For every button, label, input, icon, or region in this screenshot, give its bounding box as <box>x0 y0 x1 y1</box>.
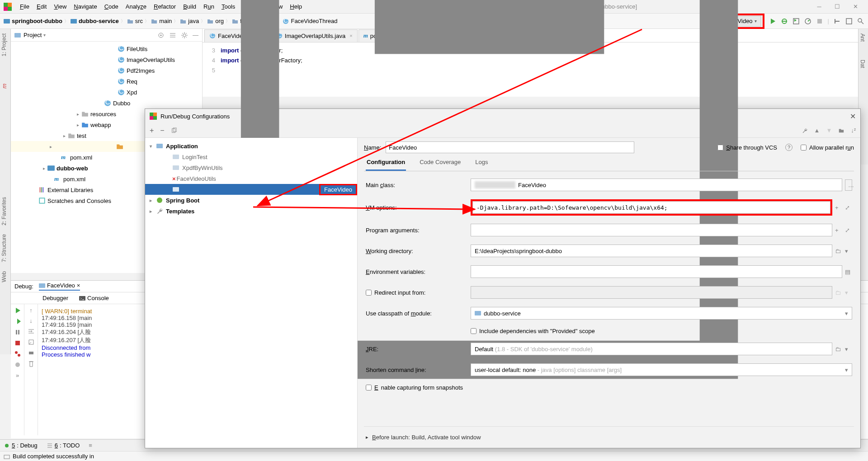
profile-icon[interactable] <box>804 18 811 25</box>
chevron-down-icon[interactable]: ▾ <box>845 248 852 254</box>
tree-item[interactable]: CXpd <box>11 87 202 98</box>
console-tab[interactable]: Console <box>79 295 109 301</box>
menu-refactor[interactable]: Refactor <box>150 3 179 10</box>
expand-icon[interactable]: ⤢ <box>845 227 852 234</box>
tab-web[interactable]: Web <box>0 267 8 287</box>
project-panel-title[interactable]: Project <box>24 32 42 38</box>
tab-database[interactable]: Dat <box>859 55 867 73</box>
copy-icon[interactable] <box>171 127 177 134</box>
tree-node-application[interactable]: ▾Application <box>145 141 357 151</box>
debugger-tab[interactable]: Debugger <box>42 295 68 301</box>
status-icon[interactable] <box>4 453 10 460</box>
tree-leaf-xpdf[interactable]: XpdfByWinUtils <box>145 162 357 173</box>
rerun-icon[interactable] <box>14 307 21 314</box>
tab-favorites[interactable]: 2: Favorites <box>0 193 8 230</box>
menu-analyze[interactable]: Analyze <box>122 3 150 10</box>
close-button[interactable]: ✕ <box>846 3 864 10</box>
remove-icon[interactable]: − <box>160 127 164 135</box>
stop-icon[interactable] <box>14 339 21 347</box>
redirect-input-checkbox[interactable]: Redirect input from: <box>366 289 465 296</box>
maximize-button[interactable]: ☐ <box>828 3 846 10</box>
tab-logs[interactable]: Logs <box>474 157 489 171</box>
mute-breakpoints-icon[interactable] <box>14 361 21 368</box>
tree-item[interactable]: CReq <box>11 76 202 87</box>
breadcrumb-item[interactable]: springboot-dubbo <box>4 18 62 24</box>
tab-code-coverage[interactable]: Code Coverage <box>419 157 462 171</box>
wrap-icon[interactable] <box>28 328 35 335</box>
tree-item[interactable]: CDubbo <box>11 98 202 108</box>
down-arrow-icon[interactable]: ▼ <box>826 127 832 134</box>
scroll-icon[interactable] <box>28 339 35 346</box>
tab-ant[interactable]: Ant <box>859 29 867 46</box>
up-arrow-icon[interactable]: ▲ <box>814 127 820 134</box>
program-args-input[interactable] <box>471 224 832 236</box>
collapse-icon[interactable] <box>169 32 176 39</box>
share-vcs-checkbox[interactable]: Share through VCS <box>717 144 777 151</box>
tree-leaf-facevideo[interactable]: FaceVideo <box>145 184 357 195</box>
sort-icon[interactable]: ↓² <box>851 127 856 134</box>
enable-capturing-checkbox[interactable]: Enable capturing form snapshots <box>366 384 852 391</box>
menu-edit[interactable]: Edit <box>33 3 50 10</box>
view-breakpoints-icon[interactable] <box>14 350 21 358</box>
help-icon[interactable]: ? <box>785 144 793 151</box>
folder-icon[interactable]: 🗀 <box>835 346 842 353</box>
wrench-icon[interactable] <box>802 127 808 134</box>
jre-select[interactable]: Default (1.8 - SDK of 'dubbo-service' mo… <box>471 343 832 355</box>
down-icon[interactable]: ↓ <box>29 317 33 324</box>
pause-icon[interactable] <box>14 329 21 336</box>
tree-leaf-logintest[interactable]: LoginTest <box>145 151 357 162</box>
folder-icon[interactable] <box>838 127 844 134</box>
print-icon[interactable] <box>28 349 35 357</box>
dialog-close-button[interactable]: ✕ <box>850 112 856 121</box>
search-everywhere-icon[interactable] <box>857 18 864 25</box>
before-launch-section[interactable]: ▸ Before launch: Build, Activate tool wi… <box>364 426 854 448</box>
main-class-field[interactable]: FaceVideo <box>471 179 842 191</box>
breadcrumb-item[interactable]: dubbo-service <box>71 18 119 24</box>
bottom-more-icon[interactable]: ≡ <box>89 442 92 449</box>
layout-icon[interactable] <box>845 18 853 25</box>
list-icon[interactable]: ▤ <box>845 268 852 275</box>
add-icon[interactable]: + <box>835 227 842 234</box>
tree-node-templates[interactable]: ▸Templates <box>145 206 357 216</box>
shorten-cmd-select[interactable]: user-local default: none - java [options… <box>471 363 852 376</box>
tab-maven[interactable]: m <box>0 79 9 93</box>
close-icon[interactable]: × <box>77 282 80 289</box>
resume-icon[interactable] <box>14 318 21 325</box>
menu-navigate[interactable]: Navigate <box>70 3 100 10</box>
menu-view[interactable]: View <box>50 3 70 10</box>
minimize-button[interactable]: ─ <box>810 3 828 10</box>
target-icon[interactable] <box>157 32 165 39</box>
debug-tool-tab[interactable]: 5: Debug <box>4 442 38 449</box>
vm-options-input[interactable]: -Djava.library.path=D:\Sofeware\opencv\b… <box>472 201 830 214</box>
tree-item[interactable]: CPdf2Imges <box>11 65 202 76</box>
name-input[interactable] <box>386 141 634 153</box>
config-tree[interactable]: ▾Application LoginTest XpdfByWinUtils ×F… <box>145 138 358 448</box>
breadcrumb-item[interactable]: src <box>127 18 143 24</box>
tab-configuration[interactable]: Configuration <box>366 157 406 171</box>
tree-node-springboot[interactable]: ▸Spring Boot <box>145 195 357 206</box>
up-icon[interactable]: ↑ <box>29 307 33 314</box>
working-dir-input[interactable] <box>471 245 832 257</box>
tab-project[interactable]: 1: Project <box>0 29 8 61</box>
browse-button[interactable]: … <box>845 179 852 191</box>
tree-leaf-facevideoutils[interactable]: ×FaceVideoUtils <box>145 173 357 184</box>
breadcrumb-item[interactable]: main <box>151 18 172 24</box>
tab-structure[interactable]: 7: Structure <box>0 230 8 267</box>
chevron-down-icon[interactable]: ▾ <box>845 346 852 353</box>
chevron-down-icon[interactable]: ▾ <box>43 33 46 38</box>
tree-item[interactable]: CFileUtils <box>11 43 202 54</box>
classpath-select[interactable]: dubbo-service▾ <box>471 307 852 320</box>
allow-parallel-checkbox[interactable]: Allow parallel run <box>801 144 854 151</box>
add-icon[interactable]: + <box>150 127 154 135</box>
menu-code[interactable]: Code <box>101 3 122 10</box>
menu-file[interactable]: File <box>16 3 33 10</box>
todo-tool-tab[interactable]: 6: TODO <box>47 442 80 449</box>
clear-icon[interactable] <box>28 360 35 367</box>
env-vars-input[interactable] <box>471 265 842 278</box>
stop-icon[interactable] <box>816 18 823 25</box>
folder-icon[interactable]: 🗀 <box>835 248 842 254</box>
expand-icon[interactable]: ⤢ <box>845 204 852 211</box>
add-icon[interactable]: + <box>835 204 842 211</box>
debug-config-name[interactable]: FaceVideo <box>47 282 75 289</box>
tree-item[interactable]: CImageOverlapUtils <box>11 54 202 65</box>
